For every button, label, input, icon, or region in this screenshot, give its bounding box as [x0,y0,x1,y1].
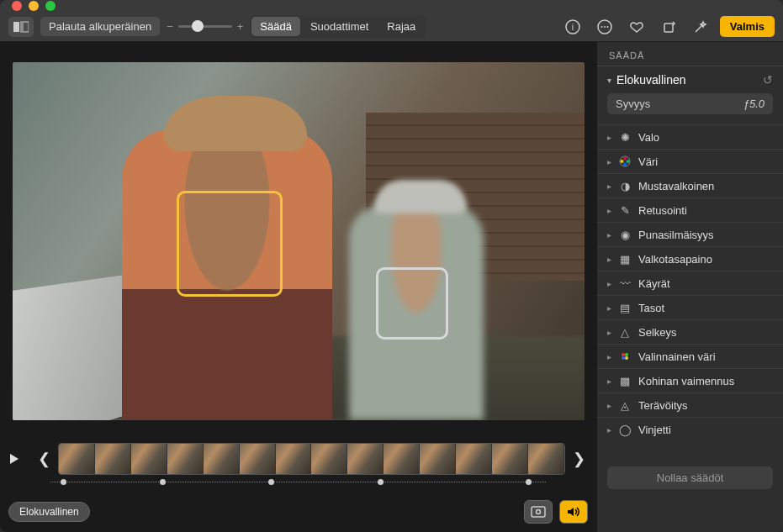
depth-value: ƒ5.0 [743,97,764,110]
chevron-right-icon: ▸ [607,425,611,435]
svg-point-16 [621,160,624,163]
rotate-button[interactable] [656,17,681,37]
reset-adjustments-button[interactable]: Nollaa säädöt [607,466,773,489]
cinematic-mode-chip[interactable]: Elokuvallinen [8,502,90,522]
chevron-right-icon: ▸ [607,206,611,215]
whitebalance-icon: ▦ [618,252,632,266]
svg-point-7 [604,26,606,28]
chevron-down-icon: ▾ [607,76,611,85]
focus-keyframe-track[interactable] [50,482,546,495]
svg-text:i: i [572,22,574,32]
chevron-right-icon: ▸ [607,377,611,386]
levels-icon: ▤ [618,301,632,314]
adjustment-item-bw[interactable]: ▸◑Mustavalkoinen [597,173,783,198]
zoom-slider-group: − + [167,20,243,33]
adjustment-label: Kohinan vaimennus [638,375,734,387]
adjustment-item-definition[interactable]: ▸△Selkeys [597,319,783,344]
adjust-sidebar: SÄÄDÄ ▾ Elokuvallinen ↺ Syvyys ƒ5.0 ▸✺Va… [596,42,783,532]
chevron-right-icon: ▸ [607,182,611,191]
adjustment-item-noise[interactable]: ▸▩Kohinan vaimennus [597,368,783,392]
window-titlebar [0,0,783,12]
curves-icon: 〰 [618,277,632,290]
chevron-right-icon: ▸ [607,255,611,264]
adjustment-label: Selkeys [638,326,677,339]
video-viewer[interactable] [0,42,596,436]
adjustment-item-sharpen[interactable]: ▸◬Terävöitys [597,392,783,417]
svg-point-19 [622,356,625,360]
cinematic-header[interactable]: ▾ Elokuvallinen ↺ [607,73,773,87]
favorite-button[interactable] [624,17,649,37]
chevron-right-icon: ▸ [607,230,611,240]
tab-crop[interactable]: Rajaa [378,17,424,36]
svg-point-14 [627,160,630,163]
vignette-icon: ◯ [618,423,632,436]
bw-icon: ◑ [618,179,632,192]
svg-point-13 [623,157,627,161]
adjustment-item-selectivecolor[interactable]: ▸Valinnainen väri [597,344,783,368]
revert-original-button[interactable]: Palauta alkuperäinen [40,17,160,36]
chevron-right-icon: ▸ [607,279,611,288]
trim-end-handle[interactable]: ❯ [570,450,588,468]
window-close-button[interactable] [12,1,22,11]
svg-point-20 [625,356,628,360]
audio-button[interactable] [559,500,588,524]
done-button[interactable]: Valmis [720,16,775,37]
adjustment-list: ▸✺Valo▸Väri▸◑Mustavalkoinen▸✎Retusointi▸… [597,121,783,451]
adjustment-item-curves[interactable]: ▸〰Käyrät [597,271,783,295]
window-minimize-button[interactable] [29,1,39,11]
svg-rect-10 [532,507,545,517]
adjustment-item-redeye[interactable]: ▸◉Punasilmäisyys [597,222,783,246]
svg-point-15 [623,163,627,166]
zoom-slider[interactable] [178,25,232,28]
redeye-icon: ◉ [618,228,632,241]
light-icon: ✺ [618,130,632,144]
focus-box-secondary[interactable] [376,267,448,340]
adjustment-label: Valo [638,131,659,144]
cinematic-reset-button[interactable]: ↺ [763,73,773,87]
depth-label: Syvyys [616,97,650,110]
adjustment-label: Retusointi [638,204,687,217]
play-button[interactable] [8,453,30,465]
window-zoom-button[interactable] [45,1,56,11]
svg-rect-1 [23,22,29,32]
adjustment-label: Valinnainen väri [638,350,716,363]
adjustment-item-retouch[interactable]: ▸✎Retusointi [597,198,783,222]
adjustment-label: Käyrät [638,277,670,290]
focus-tracking-button[interactable] [524,500,553,524]
adjustment-item-whitebalance[interactable]: ▸▦Valkotasapaino [597,246,783,271]
adjustment-label: Tasot [638,302,664,314]
adjustment-item-light[interactable]: ▸✺Valo [597,124,783,149]
video-frame [13,62,585,420]
adjustment-item-color[interactable]: ▸Väri [597,149,783,173]
svg-rect-0 [13,22,19,32]
viewer-bottom-controls: Elokuvallinen [0,500,596,532]
info-button[interactable]: i [560,17,585,37]
adjustment-item-levels[interactable]: ▸▤Tasot [597,295,783,319]
zoom-in-button[interactable]: + [237,20,244,33]
noise-icon: ▩ [618,374,632,387]
trim-start-handle[interactable]: ❮ [35,450,53,468]
adjustment-label: Valkotasapaino [638,253,712,266]
svg-point-17 [622,353,625,356]
more-button[interactable] [592,17,617,37]
auto-enhance-button[interactable] [688,17,713,37]
compare-toggle-button[interactable] [8,17,34,37]
tab-filters[interactable]: Suodattimet [302,17,377,36]
definition-icon: △ [618,325,632,339]
chevron-right-icon: ▸ [607,328,611,337]
zoom-out-button[interactable]: − [167,20,173,33]
tab-adjust[interactable]: Säädä [251,17,300,36]
focus-box-primary[interactable] [177,191,283,297]
sharpen-icon: ◬ [618,398,632,412]
filmstrip[interactable] [58,443,565,475]
chevron-right-icon: ▸ [607,303,611,313]
svg-rect-9 [664,24,673,32]
adjustment-label: Vinjetti [638,424,671,436]
svg-point-8 [606,26,608,28]
chevron-right-icon: ▸ [607,133,611,142]
adjustment-item-vignette[interactable]: ▸◯Vinjetti [597,417,783,441]
svg-point-11 [537,510,541,514]
chevron-right-icon: ▸ [607,352,611,361]
depth-control[interactable]: Syvyys ƒ5.0 [607,93,773,114]
adjustment-label: Punasilmäisyys [638,229,714,241]
